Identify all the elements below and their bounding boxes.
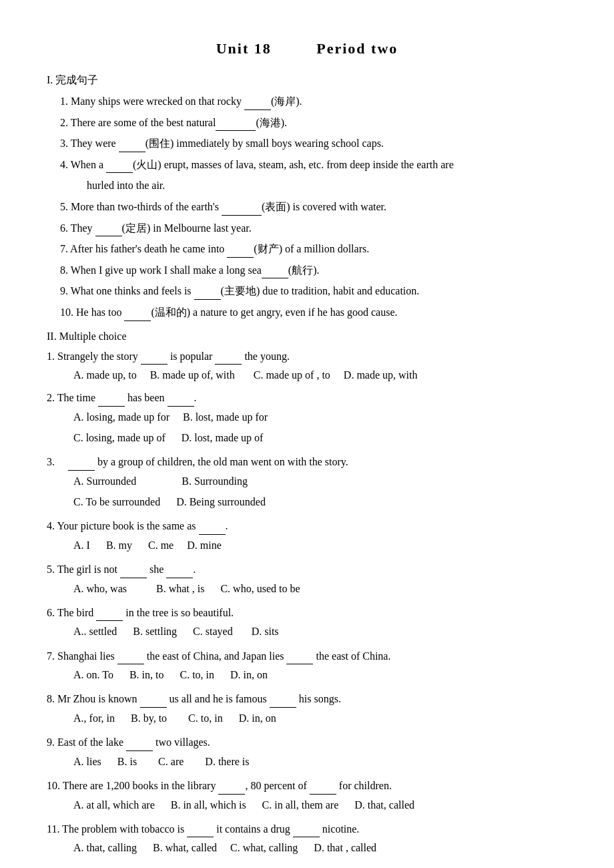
mc-q9-options: A. lies B. is C. are D. there is	[47, 752, 567, 771]
q7-blank	[227, 257, 254, 258]
q1: 1. Many ships were wrecked on that rocky…	[47, 93, 567, 110]
q6: 6. They (定居) in Melbourne last year.	[47, 220, 567, 237]
mc-q10-options: A. at all, which are B. in all, which is…	[47, 796, 567, 814]
mc-q1-blank1	[141, 364, 168, 365]
mc-q11: 11. The problem with tobacco is it conta…	[47, 821, 567, 838]
mc-q3-options-line1: A. Surrounded B. Surrounding	[47, 472, 567, 490]
mc-q3: 3. by a group of children, the old man w…	[47, 453, 567, 471]
mc-q8-options: A., for, in B. by, to C. to, in D. in, o…	[47, 709, 567, 727]
unit-label: Unit 18	[216, 40, 272, 57]
q2: 2. There are some of the best natural(海港…	[47, 114, 567, 132]
mc-q2-options-line1: A. losing, made up for B. lost, made up …	[47, 408, 567, 426]
q7: 7. After his father's death he came into…	[47, 240, 567, 258]
mc-q6-blank	[96, 620, 123, 621]
mc-q7: 7. Shanghai lies the east of China, and …	[47, 648, 567, 665]
mc-q4-blank	[199, 534, 226, 535]
mc-q1-blank2	[215, 364, 242, 365]
mc-q12: 12. The professor we referred yesterday …	[47, 864, 567, 869]
section1-header: I. 完成句子	[47, 73, 567, 87]
q8: 8. When I give up work I shall make a lo…	[47, 262, 567, 279]
q6-blank	[95, 236, 122, 236]
q9-blank	[194, 299, 221, 300]
mc-q3-blank	[68, 470, 95, 471]
mc-q5-blank2	[166, 578, 193, 578]
mc-q11-options: A. that, calling B. what, called C. what…	[47, 839, 567, 857]
mc-q10: 10. There are 1,200 books in the library…	[47, 777, 567, 795]
mc-q6: 6. The bird in the tree is so beautiful.	[47, 604, 567, 622]
mc-q1-options: A. made up, to B. made up of, with C. ma…	[47, 366, 567, 384]
q8-blank	[262, 278, 288, 278]
q5-blank	[222, 215, 262, 216]
mc-q7-blank1	[117, 664, 144, 664]
q5: 5. More than two-thirds of the earth's (…	[47, 198, 567, 216]
mc-q8: 8. Mr Zhou is known us all and he is fam…	[47, 690, 567, 708]
mc-q5: 5. The girl is not she .	[47, 561, 567, 578]
mc-q10-blank1	[218, 794, 245, 795]
q1-blank	[244, 110, 271, 110]
mc-q3-options-line2: C. To be surrounded D. Being surrounded	[47, 493, 567, 511]
mc-q11-blank2	[293, 837, 320, 837]
q4: 4. When a (火山) erupt, masses of lava, st…	[47, 156, 567, 174]
mc-q10-blank2	[310, 794, 336, 795]
mc-q4: 4. Your picture book is the same as .	[47, 517, 567, 535]
q4-cont: hurled into the air.	[47, 177, 567, 194]
q3-blank	[119, 152, 145, 152]
page-title: Unit 18 Period two	[47, 40, 567, 57]
mc-q11-blank1	[187, 837, 214, 837]
q3: 3. They were (围住) immediately by small b…	[47, 135, 567, 152]
q9: 9. What one thinks and feels is (主要地) du…	[47, 282, 567, 300]
mc-q2: 2. The time has been .	[47, 389, 567, 407]
mc-q1: 1. Strangely the story is popular the yo…	[47, 348, 567, 365]
q10: 10. He has too (温和的) a nature to get ang…	[47, 304, 567, 321]
mc-q9: 9. East of the lake two villages.	[47, 734, 567, 751]
q10-blank	[124, 320, 151, 321]
mc-q8-blank1	[140, 707, 167, 708]
mc-q2-blank1	[98, 406, 125, 407]
period-label: Period two	[316, 40, 398, 57]
mc-q7-blank2	[286, 664, 313, 664]
mc-q5-options: A. who, was B. what , is C. who, used to…	[47, 580, 567, 598]
section2-header: II. Multiple choice	[47, 331, 567, 343]
mc-q5-blank1	[120, 578, 147, 578]
mc-q9-blank	[126, 750, 153, 751]
q2-blank	[216, 130, 256, 131]
q4-blank	[106, 172, 133, 173]
mc-q4-options: A. I B. my C. me D. mine	[47, 536, 567, 554]
mc-q8-blank2	[270, 707, 296, 708]
mc-q7-options: A. on. To B. in, to C. to, in D. in, on	[47, 666, 567, 684]
q1-num: 1. Many ships were wrecked on that rocky…	[60, 95, 302, 107]
mc-q2-blank2	[168, 406, 194, 407]
mc-q6-options: A.. settled B. settling C. stayed D. sit…	[47, 622, 567, 640]
mc-q2-options-line2: C. losing, made up of D. lost, made up o…	[47, 429, 567, 447]
